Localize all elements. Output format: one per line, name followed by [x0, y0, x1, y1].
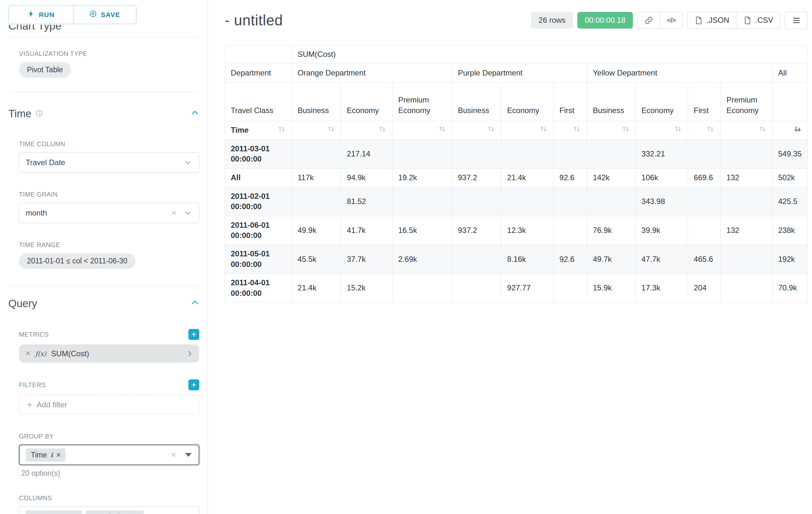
- view-query-button[interactable]: </>: [660, 11, 683, 29]
- sort-header-cell[interactable]: [721, 121, 772, 140]
- class-header-cell: Premium Economy: [392, 83, 452, 121]
- row-header-cell: 2011-02-01 00:00:00: [225, 187, 292, 216]
- columns-label: COLUMNS: [19, 494, 199, 502]
- sort-header-cell[interactable]: Time: [225, 121, 292, 140]
- pivot-data-cell: 41.7k: [341, 216, 392, 245]
- columns-chips: Department×Travel Class×: [26, 511, 144, 514]
- pivot-data-cell: [721, 245, 772, 274]
- collapse-section-icon[interactable]: [190, 108, 199, 120]
- sort-icon[interactable]: [487, 125, 495, 136]
- selected-option-chip[interactable]: Department×: [26, 511, 82, 514]
- row-count-badge: 26 rows: [531, 12, 573, 29]
- menu-icon: [792, 16, 801, 25]
- add-metric-button[interactable]: +: [188, 329, 199, 340]
- pivot-data-cell: [554, 187, 587, 216]
- time-grain-select[interactable]: month ×: [19, 203, 199, 223]
- pivot-data-cell: 49.9k: [292, 216, 341, 245]
- pivot-data-cell: 49.7k: [587, 245, 636, 274]
- selected-option-chip[interactable]: Travel Class×: [86, 511, 144, 514]
- table-row: 2011-04-01 00:00:0021.4k15.2k927.7715.9k…: [225, 274, 808, 303]
- share-button-group: </>: [637, 11, 683, 29]
- sort-icon[interactable]: [540, 125, 548, 136]
- chip-label: Time: [31, 451, 47, 459]
- export-json-button[interactable]: .JSON: [687, 11, 736, 29]
- pivot-data-cell: 16.5k: [392, 216, 452, 245]
- sort-icon[interactable]: [573, 125, 581, 136]
- sort-header-cell[interactable]: [772, 121, 808, 140]
- remove-chip-icon[interactable]: ×: [56, 451, 60, 459]
- sort-icon[interactable]: [758, 125, 766, 136]
- save-button[interactable]: SAVE: [73, 5, 137, 24]
- clear-icon[interactable]: ×: [171, 451, 176, 459]
- class-header-cell: Business: [587, 83, 636, 121]
- metric-name: SUM(Cost): [51, 349, 181, 358]
- visualization-type-value[interactable]: Pivot Table: [19, 62, 71, 78]
- add-filter-button[interactable]: + Add filter: [19, 395, 199, 415]
- sort-icon[interactable]: [674, 125, 682, 136]
- collapse-section-icon[interactable]: [190, 297, 199, 310]
- sort-icon[interactable]: [438, 125, 446, 136]
- columns-select[interactable]: Department×Travel Class× ×: [19, 506, 199, 514]
- sort-icon[interactable]: [622, 125, 630, 136]
- chevron-down-icon: [183, 209, 192, 217]
- department-header-cell: Department: [225, 64, 292, 83]
- pivot-data-cell: 192k: [772, 245, 808, 274]
- pivot-data-cell: [452, 140, 501, 169]
- sort-icon[interactable]: [706, 125, 715, 136]
- pivot-data-cell: [587, 140, 636, 169]
- sort-header-cell[interactable]: [292, 121, 341, 140]
- time-section-title: Time: [8, 108, 31, 120]
- export-csv-button[interactable]: .CSV: [736, 11, 780, 29]
- query-timer-badge: 00:00:00.18: [577, 12, 633, 29]
- sort-icon[interactable]: [278, 125, 286, 136]
- time-column-select[interactable]: Travel Date: [19, 152, 199, 173]
- sort-header-cell[interactable]: [554, 121, 587, 140]
- chevron-right-icon[interactable]: [186, 350, 194, 357]
- class-header-cell: Business: [292, 83, 341, 121]
- selected-option-chip[interactable]: Timei×: [26, 449, 65, 462]
- remove-metric-icon[interactable]: ×: [25, 349, 30, 358]
- time-range-value[interactable]: 2011-01-01 ≤ col < 2011-06-30: [19, 253, 136, 269]
- pivot-data-cell: 15.9k: [587, 274, 636, 303]
- share-link-button[interactable]: [637, 11, 660, 29]
- pivot-data-cell: 669.6: [688, 168, 721, 187]
- divider: [8, 37, 199, 37]
- pivot-data-cell: [688, 140, 721, 169]
- pivot-data-cell: [292, 140, 341, 169]
- chevron-down-icon: [183, 158, 192, 167]
- sidebar-action-bar: RUN SAVE: [0, 0, 208, 24]
- pivot-data-cell: 204: [688, 274, 721, 303]
- pivot-data-cell: 132: [721, 216, 772, 245]
- metric-header-cell: SUM(Cost): [292, 45, 808, 64]
- sort-header-cell[interactable]: [587, 121, 636, 140]
- class-header-cell: Premium Economy: [721, 83, 772, 121]
- sort-header-cell[interactable]: [452, 121, 501, 140]
- sort-icon[interactable]: [378, 125, 386, 136]
- metric-chip[interactable]: × ƒ(x) SUM(Cost): [19, 344, 199, 363]
- sort-header-cell[interactable]: [501, 121, 554, 140]
- class-header-cell: First: [554, 83, 587, 121]
- group-by-select[interactable]: Timei× ×: [19, 444, 199, 465]
- clear-icon[interactable]: ×: [171, 209, 176, 217]
- sort-header-cell[interactable]: [688, 121, 721, 140]
- pivot-data-cell: 15.2k: [341, 274, 392, 303]
- pivot-data-cell: 927.77: [501, 274, 554, 303]
- pivot-data-cell: 465.6: [688, 245, 721, 274]
- plus-icon: +: [27, 400, 32, 409]
- table-row: 2011-03-01 00:00:00217.14332.21549.35: [225, 140, 808, 169]
- menu-button[interactable]: [785, 11, 808, 29]
- lightning-icon: [27, 10, 35, 19]
- sort-icon[interactable]: [327, 125, 335, 136]
- sort-header-cell[interactable]: [636, 121, 688, 140]
- pivot-data-cell: 94.9k: [341, 168, 392, 187]
- link-icon: [644, 16, 653, 25]
- sort-header-cell[interactable]: [392, 121, 452, 140]
- sort-icon[interactable]: [794, 125, 802, 136]
- add-filter-plus-button[interactable]: +: [188, 379, 199, 390]
- run-button[interactable]: RUN: [8, 5, 74, 24]
- class-header-cell: [772, 83, 808, 121]
- sort-header-cell[interactable]: [341, 121, 392, 140]
- chart-area: - untitled 26 rows 00:00:00.18 </>: [208, 0, 812, 514]
- group-header-cell: All: [772, 64, 808, 83]
- pivot-data-cell: 132: [721, 168, 772, 187]
